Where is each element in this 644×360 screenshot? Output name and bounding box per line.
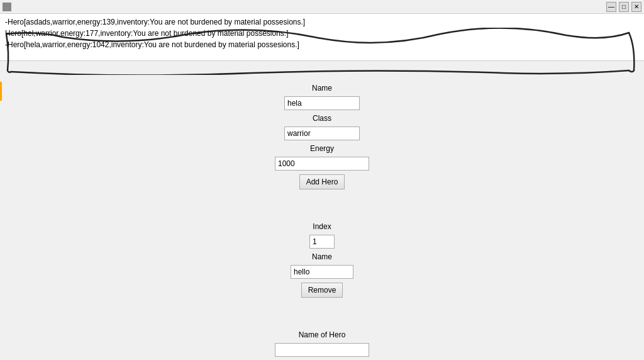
close-button[interactable]: ✕ [631,2,641,12]
title-bar: — □ ✕ [0,0,644,14]
console-area: -Hero[asdads,warrior,energy:139,inventor… [0,14,644,61]
index-input[interactable] [309,235,335,249]
search-input[interactable] [275,343,369,357]
name-input[interactable] [284,96,360,110]
class-label: Class [313,114,331,123]
name-label: Name [312,84,332,93]
title-bar-controls: — □ ✕ [606,2,641,12]
class-input[interactable] [284,127,360,140]
remove-name-label: Name [312,252,332,261]
main-content: Name Class Energy Add Hero Index Name Re… [0,61,644,360]
minimize-button[interactable]: — [606,2,616,12]
energy-input[interactable] [275,157,369,171]
title-bar-left [3,3,11,11]
app-icon [3,3,11,11]
add-hero-button[interactable]: Add Hero [299,174,345,189]
energy-label: Energy [310,144,334,153]
console-line-2: Hero[hel,warrior,energy:177,inventory:Yo… [5,28,639,39]
console-line-3: -Hero[hela,warrior,energy:1042,inventory… [5,39,639,50]
index-label: Index [313,222,331,231]
remove-section: Index Name Remove [0,217,644,303]
remove-button[interactable]: Remove [301,283,343,298]
console-line-1: -Hero[asdads,warrior,energy:139,inventor… [5,16,639,28]
remove-name-input[interactable] [291,265,353,279]
search-section: Name of Hero Search [0,325,644,360]
orange-bar [0,82,2,101]
maximize-button[interactable]: □ [619,2,629,12]
search-name-label: Name of Hero [299,330,346,339]
add-hero-section: Name Class Energy Add Hero [0,79,644,194]
